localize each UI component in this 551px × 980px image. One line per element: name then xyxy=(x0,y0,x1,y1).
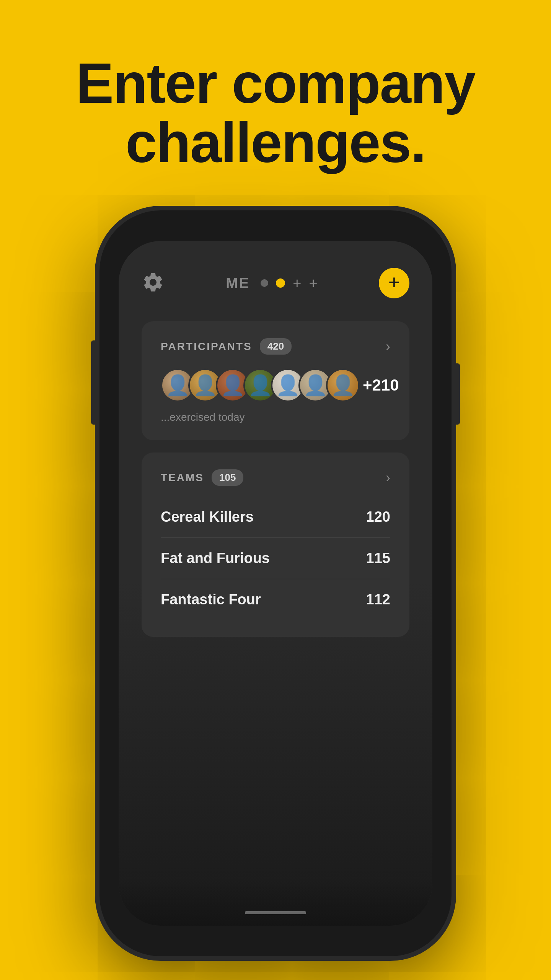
teams-chevron[interactable]: › xyxy=(386,470,390,486)
participants-header-left: PARTICIPANTS 420 xyxy=(161,338,292,355)
teams-title: TEAMS xyxy=(161,472,204,484)
avatar xyxy=(161,368,194,402)
home-indicator xyxy=(245,911,306,914)
teams-count-badge: 105 xyxy=(212,469,243,486)
avatars-row: +210 xyxy=(161,368,390,402)
bottom-nav-hint xyxy=(119,880,432,926)
settings-button[interactable] xyxy=(142,271,165,295)
participants-chevron[interactable]: › xyxy=(386,339,390,355)
avatar xyxy=(216,368,249,402)
nav-tabs: ME + + xyxy=(226,275,317,291)
tab-dot-inactive[interactable] xyxy=(261,279,268,287)
participants-card: PARTICIPANTS 420 › +210 ...exercised tod… xyxy=(142,321,409,440)
team-score-2: 115 xyxy=(366,550,390,567)
hero-section: Enter company challenges. xyxy=(0,54,551,173)
exercised-today-label: ...exercised today xyxy=(161,411,390,423)
team-name-3: Fantastic Four xyxy=(161,591,261,608)
teams-list: Cereal Killers 120 Fat and Furious 115 F… xyxy=(161,497,390,620)
avatar xyxy=(326,368,360,402)
add-icon: + xyxy=(388,272,400,292)
phone-screen: ME + + + PARTICIPANTS 420 › xyxy=(119,241,432,926)
more-participants-count: +210 xyxy=(363,376,399,394)
team-score-1: 120 xyxy=(366,509,390,525)
tab-dot-active[interactable] xyxy=(276,278,285,288)
participants-title: PARTICIPANTS xyxy=(161,340,252,353)
participants-count-badge: 420 xyxy=(260,338,292,355)
hero-title: Enter company challenges. xyxy=(31,54,520,173)
teams-header-left: TEAMS 105 xyxy=(161,469,243,486)
team-row-2[interactable]: Fat and Furious 115 xyxy=(161,538,390,579)
app-content: ME + + + PARTICIPANTS 420 › xyxy=(119,241,432,926)
team-name-2: Fat and Furious xyxy=(161,550,270,567)
phone-mockup: ME + + + PARTICIPANTS 420 › xyxy=(99,210,452,956)
add-tab-plus1[interactable]: + xyxy=(293,275,301,291)
avatar xyxy=(188,368,222,402)
team-row-1[interactable]: Cereal Killers 120 xyxy=(161,497,390,538)
me-tab-label[interactable]: ME xyxy=(226,275,250,291)
team-row-3[interactable]: Fantastic Four 112 xyxy=(161,579,390,620)
add-challenge-button[interactable]: + xyxy=(379,268,409,298)
team-score-3: 112 xyxy=(366,591,390,608)
avatar xyxy=(243,368,277,402)
teams-card: TEAMS 105 › Cereal Killers 120 Fat and F… xyxy=(142,453,409,637)
participants-header: PARTICIPANTS 420 › xyxy=(161,338,390,355)
team-name-1: Cereal Killers xyxy=(161,509,254,525)
teams-header: TEAMS 105 › xyxy=(161,469,390,486)
avatar xyxy=(271,368,305,402)
add-tab-plus2[interactable]: + xyxy=(309,275,318,291)
avatar xyxy=(298,368,332,402)
navigation-bar: ME + + + xyxy=(142,268,409,298)
